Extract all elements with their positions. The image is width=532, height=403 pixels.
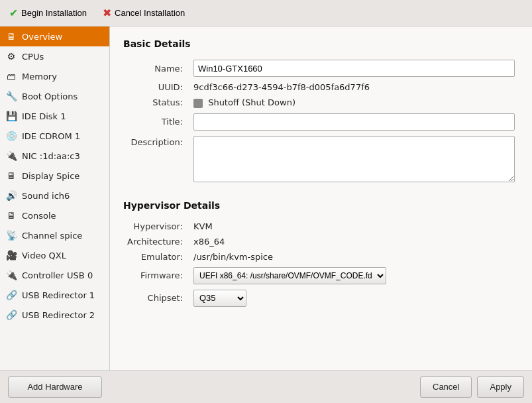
boot-options-icon: 🔧 — [5, 90, 17, 102]
description-row: Description: — [123, 133, 519, 187]
name-input[interactable] — [193, 60, 515, 77]
display-spice-icon: 🖥 — [5, 170, 17, 182]
cancel-installation-label: Cancel Installation — [115, 8, 185, 18]
overview-icon: 🖥 — [5, 30, 17, 42]
controller-usb-icon: 🔌 — [5, 269, 17, 281]
chipset-select[interactable]: Q35 i440FX — [193, 290, 246, 307]
title-input-cell — [189, 111, 519, 133]
firmware-row: Firmware: UEFI x86_64: /usr/share/OVMF/O… — [123, 264, 519, 287]
sidebar-item-memory[interactable]: 🗃 Memory — [0, 66, 109, 86]
sidebar-item-boot-options-label: Boot Options — [22, 91, 78, 101]
add-hardware-label: Add Hardware — [27, 382, 82, 392]
sidebar-item-sound-ich6-label: Sound ich6 — [22, 191, 70, 201]
sidebar-item-console-label: Console — [22, 211, 56, 221]
sidebar-item-video-qxl-label: Video QXL — [22, 251, 66, 260]
add-hardware-button[interactable]: Add Hardware — [8, 376, 102, 398]
firmware-select-cell: UEFI x86_64: /usr/share/OVMF/OVMF_CODE.f… — [189, 264, 519, 287]
sidebar-item-usb-redirector-2-label: USB Redirector 2 — [22, 310, 95, 320]
status-icon — [193, 99, 203, 108]
sidebar-item-console[interactable]: 🖥 Console — [0, 205, 109, 225]
sound-icon: 🔊 — [5, 190, 17, 202]
description-textarea[interactable] — [193, 136, 515, 182]
hypervisor-value: KVM — [193, 221, 213, 231]
architecture-value-cell: x86_64 — [189, 234, 519, 249]
chipset-select-cell: Q35 i440FX — [189, 287, 519, 310]
sidebar-item-overview[interactable]: 🖥 Overview — [0, 27, 109, 46]
sidebar-item-nic-label: NIC :1d:aa:c3 — [22, 151, 80, 161]
sidebar: 🖥 Overview ⚙ CPUs 🗃 Memory 🔧 Boot Option… — [0, 27, 110, 370]
video-qxl-icon: 🎥 — [5, 249, 17, 261]
sidebar-item-ide-cdrom-1[interactable]: 💿 IDE CDROM 1 — [0, 126, 109, 146]
firmware-label: Firmware: — [123, 264, 189, 287]
footer: Add Hardware Cancel Apply — [0, 370, 532, 403]
toolbar: ✔ Begin Installation ✖ Cancel Installati… — [0, 0, 532, 27]
sidebar-item-ide-disk-1-label: IDE Disk 1 — [22, 111, 66, 121]
name-label: Name: — [123, 57, 189, 80]
sidebar-item-channel-spice[interactable]: 📡 Channel spice — [0, 225, 109, 245]
sidebar-item-ide-disk-1[interactable]: 💾 IDE Disk 1 — [0, 106, 109, 126]
sidebar-item-display-spice[interactable]: 🖥 Display Spice — [0, 166, 109, 186]
console-icon: 🖥 — [5, 209, 17, 221]
architecture-label: Architecture: — [123, 234, 189, 249]
emulator-label: Emulator: — [123, 249, 189, 264]
emulator-row: Emulator: /usr/bin/kvm-spice — [123, 249, 519, 264]
hypervisor-row: Hypervisor: KVM — [123, 219, 519, 234]
sidebar-item-usb-redirector-1[interactable]: 🔗 USB Redirector 1 — [0, 285, 109, 305]
sidebar-item-nic[interactable]: 🔌 NIC :1d:aa:c3 — [0, 146, 109, 166]
basic-details-table: Name: UUID: 9cdf3c66-d273-4594-b7f8-d005… — [123, 57, 519, 187]
footer-right: Cancel Apply — [420, 376, 524, 398]
uuid-row: UUID: 9cdf3c66-d273-4594-b7f8-d005fa6d77… — [123, 80, 519, 95]
begin-installation-button[interactable]: ✔ Begin Installation — [7, 5, 89, 21]
description-input-cell — [189, 133, 519, 187]
cancel-installation-button[interactable]: ✖ Cancel Installation — [100, 5, 187, 21]
begin-installation-label: Begin Installation — [21, 8, 87, 18]
sidebar-item-video-qxl[interactable]: 🎥 Video QXL — [0, 245, 109, 265]
firmware-select[interactable]: UEFI x86_64: /usr/share/OVMF/OVMF_CODE.f… — [193, 267, 386, 284]
usb-redirector-2-icon: 🔗 — [5, 309, 17, 321]
status-label: Status: — [123, 95, 189, 111]
sidebar-item-cpus[interactable]: ⚙ CPUs — [0, 46, 109, 66]
status-cell: Shutoff (Shut Down) — [189, 95, 519, 111]
memory-icon: 🗃 — [5, 70, 17, 82]
title-label: Title: — [123, 111, 189, 133]
sidebar-item-channel-spice-label: Channel spice — [22, 231, 82, 241]
sidebar-item-boot-options[interactable]: 🔧 Boot Options — [0, 86, 109, 106]
ide-disk-icon: 💾 — [5, 110, 17, 122]
title-row: Title: — [123, 111, 519, 133]
cancel-icon: ✖ — [103, 7, 111, 19]
sidebar-item-memory-label: Memory — [22, 72, 57, 82]
cancel-button-label: Cancel — [433, 382, 459, 392]
architecture-row: Architecture: x86_64 — [123, 234, 519, 249]
channel-spice-icon: 📡 — [5, 229, 17, 241]
sidebar-item-controller-usb-0[interactable]: 🔌 Controller USB 0 — [0, 265, 109, 285]
usb-redirector-1-icon: 🔗 — [5, 289, 17, 301]
sidebar-item-ide-cdrom-1-label: IDE CDROM 1 — [22, 131, 80, 141]
emulator-value-cell: /usr/bin/kvm-spice — [189, 249, 519, 264]
basic-details-title: Basic Details — [123, 38, 519, 49]
sidebar-item-sound-ich6[interactable]: 🔊 Sound ich6 — [0, 186, 109, 205]
emulator-value: /usr/bin/kvm-spice — [193, 252, 273, 262]
footer-left: Add Hardware — [8, 376, 420, 398]
check-icon: ✔ — [9, 7, 18, 19]
ide-cdrom-icon: 💿 — [5, 130, 17, 142]
chipset-label: Chipset: — [123, 287, 189, 310]
status-value: Shutoff (Shut Down) — [208, 97, 295, 107]
cancel-button[interactable]: Cancel — [420, 376, 472, 398]
title-input[interactable] — [193, 113, 515, 131]
sidebar-item-cpus-label: CPUs — [22, 52, 44, 62]
hypervisor-label: Hypervisor: — [123, 219, 189, 234]
apply-button[interactable]: Apply — [477, 376, 524, 398]
chipset-row: Chipset: Q35 i440FX — [123, 287, 519, 310]
sidebar-item-display-spice-label: Display Spice — [22, 171, 80, 181]
name-input-cell — [189, 57, 519, 80]
sidebar-item-controller-usb-0-label: Controller USB 0 — [22, 270, 93, 280]
nic-icon: 🔌 — [5, 150, 17, 162]
hypervisor-details-table: Hypervisor: KVM Architecture: x86_64 Emu… — [123, 219, 519, 310]
main-layout: 🖥 Overview ⚙ CPUs 🗃 Memory 🔧 Boot Option… — [0, 27, 532, 370]
name-row: Name: — [123, 57, 519, 80]
content-area: Basic Details Name: UUID: 9cdf3c66-d273-… — [110, 27, 532, 370]
sidebar-item-usb-redirector-2[interactable]: 🔗 USB Redirector 2 — [0, 305, 109, 325]
architecture-value: x86_64 — [193, 237, 225, 247]
uuid-label: UUID: — [123, 80, 189, 95]
status-row: Status: Shutoff (Shut Down) — [123, 95, 519, 111]
